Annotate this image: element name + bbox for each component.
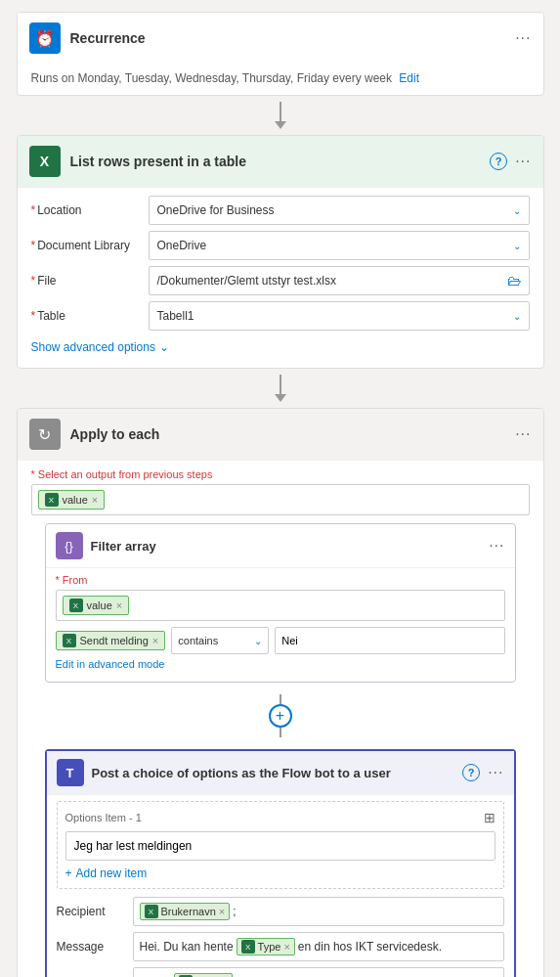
plus-button[interactable]: +: [269, 704, 292, 728]
listrows-help-icon[interactable]: ?: [490, 153, 507, 170]
arrow-line: [280, 102, 281, 121]
filter-header: {} Filter array ···: [46, 524, 515, 567]
post-actions: ? ···: [462, 764, 503, 781]
filter-from-container[interactable]: X value ×: [56, 590, 505, 621]
filter-from-excel-icon: X: [69, 599, 83, 612]
filter-edit-advanced[interactable]: Edit in advanced mode: [56, 654, 505, 672]
headline-type-tag: X Type ×: [174, 973, 233, 977]
recipient-row: Recipient X Brukernavn × ;: [57, 897, 504, 926]
apply-icon: ↻: [29, 419, 61, 450]
post-card: T Post a choice of options as the Flow b…: [45, 749, 516, 977]
file-label: *File: [31, 274, 149, 288]
filter-condition-close[interactable]: ×: [152, 635, 158, 646]
recurrence-icon: ⏰: [29, 22, 61, 54]
recurrence-header: ⏰ Recurrence ···: [18, 13, 543, 64]
listrows-show-advanced[interactable]: Show advanced options ⌄: [31, 336, 530, 356]
arrow-connector-2: [275, 369, 286, 408]
apply-title: Apply to each: [70, 426, 506, 442]
headline-value[interactable]: Glemt X Type ×: [133, 967, 504, 977]
flow-container: ⏰ Recurrence ··· Runs on Monday, Tuesday…: [12, 12, 548, 977]
filter-from-tag-close[interactable]: ×: [116, 600, 122, 611]
apply-body: * Select an output from previous steps X…: [18, 460, 543, 977]
listrows-more-icon[interactable]: ···: [515, 153, 531, 170]
apply-select-label: * Select an output from previous steps: [31, 468, 530, 480]
arrow-connector-1: [275, 96, 286, 135]
filter-from-tag: X value ×: [63, 596, 130, 615]
post-header: T Post a choice of options as the Flow b…: [47, 751, 514, 794]
file-row: *File /Dokumenter/Glemt utstyr test.xlsx…: [31, 266, 530, 295]
filter-value-input[interactable]: [275, 627, 504, 654]
table-chevron: ⌄: [513, 311, 521, 322]
apply-tag-close[interactable]: ×: [92, 494, 98, 506]
location-row: *Location OneDrive for Business ⌄: [31, 196, 530, 225]
listrows-actions: ? ···: [490, 153, 531, 170]
message-excel-icon: X: [241, 940, 255, 954]
options-item-header: Options Item - 1 ⊞: [65, 810, 495, 825]
recurrence-edit-link[interactable]: Edit: [399, 71, 419, 85]
recipient-label: Recipient: [57, 905, 125, 918]
table-label: *Table: [31, 309, 149, 323]
table-dropdown[interactable]: Tabell1 ⌄: [149, 301, 530, 331]
filter-condition-row: X Sendt melding × contains ⌄: [56, 627, 505, 654]
options-section: Options Item - 1 ⊞ + Add new item: [57, 801, 504, 889]
plus-line-bottom: [280, 728, 281, 737]
recurrence-description: Runs on Monday, Tuesday, Wednesday, Thur…: [18, 64, 543, 95]
recurrence-title: Recurrence: [70, 30, 506, 46]
file-input[interactable]: /Dokumenter/Glemt utstyr test.xlsx 🗁: [149, 266, 530, 295]
listrows-body: *Location OneDrive for Business ⌄ *Docum…: [18, 187, 543, 368]
options-item-icon: ⊞: [484, 810, 495, 825]
show-advanced-chevron: ⌄: [159, 340, 169, 354]
location-chevron: ⌄: [513, 205, 521, 216]
recurrence-more-icon[interactable]: ···: [515, 29, 531, 47]
recipient-value[interactable]: X Brukernavn × ;: [133, 897, 504, 926]
options-item-input[interactable]: [65, 831, 495, 861]
filter-operator-select[interactable]: contains ⌄: [171, 627, 269, 654]
post-body: Options Item - 1 ⊞ + Add new item Recipi…: [47, 794, 514, 977]
add-item-plus-icon: +: [65, 866, 72, 880]
recipient-tag-close[interactable]: ×: [219, 906, 225, 917]
apply-more-icon[interactable]: ···: [515, 425, 531, 443]
filter-card: {} Filter array ··· * From X value ×: [45, 523, 516, 683]
doclibrary-row: *Document Library OneDrive ⌄: [31, 231, 530, 260]
filter-body: * From X value × X Sendt melding ×: [46, 567, 515, 682]
apply-tag-excel-icon: X: [45, 493, 59, 507]
table-row: *Table Tabell1 ⌄: [31, 301, 530, 331]
post-title: Post a choice of options as the Flow bot…: [92, 766, 455, 780]
filter-condition-tag: X Sendt melding ×: [56, 631, 166, 650]
message-value[interactable]: Hei. Du kan hente X Type × en din hos IK…: [133, 932, 504, 961]
apply-header: ↻ Apply to each ···: [18, 409, 543, 460]
message-label: Message: [57, 940, 125, 954]
post-more-icon[interactable]: ···: [488, 764, 503, 781]
post-help-icon[interactable]: ?: [462, 764, 480, 781]
apply-tag-container[interactable]: X value ×: [31, 484, 530, 515]
plus-line-top: [280, 694, 281, 704]
filter-icon: {}: [56, 532, 83, 559]
apply-card: ↻ Apply to each ··· * Select an output f…: [17, 408, 544, 977]
recipient-tag: X Brukernavn ×: [140, 903, 231, 920]
filter-condition-excel-icon: X: [63, 634, 76, 647]
message-suffix: en din hos IKT servicedesk.: [298, 940, 442, 954]
recipient-excel-icon: X: [145, 905, 158, 918]
headline-row: Headline Glemt X Type ×: [57, 967, 504, 977]
message-type-tag: X Type ×: [237, 938, 295, 955]
apply-value-tag: X value ×: [38, 490, 106, 510]
file-browse-icon: 🗁: [507, 273, 521, 289]
message-tag-close[interactable]: ×: [283, 941, 289, 953]
doclibrary-chevron: ⌄: [513, 241, 521, 251]
add-item-button[interactable]: + Add new item: [65, 866, 148, 880]
location-dropdown[interactable]: OneDrive for Business ⌄: [149, 196, 530, 225]
doclibrary-dropdown[interactable]: OneDrive ⌄: [149, 231, 530, 260]
excel-icon: X: [29, 146, 61, 177]
filter-more-icon[interactable]: ···: [489, 537, 504, 555]
listrows-card: X List rows present in a table ? ··· *Lo…: [17, 135, 544, 369]
location-label: *Location: [31, 203, 149, 217]
recurrence-actions: ···: [515, 29, 531, 47]
filter-operator-chevron: ⌄: [254, 636, 262, 646]
apply-actions: ···: [515, 425, 531, 443]
doclibrary-label: *Document Library: [31, 239, 149, 252]
arrow-line-2: [280, 375, 281, 394]
recipient-semicolon: ;: [233, 905, 236, 918]
message-prefix: Hei. Du kan hente: [140, 940, 234, 954]
filter-actions: ···: [489, 537, 504, 555]
listrows-title: List rows present in a table: [70, 154, 481, 169]
